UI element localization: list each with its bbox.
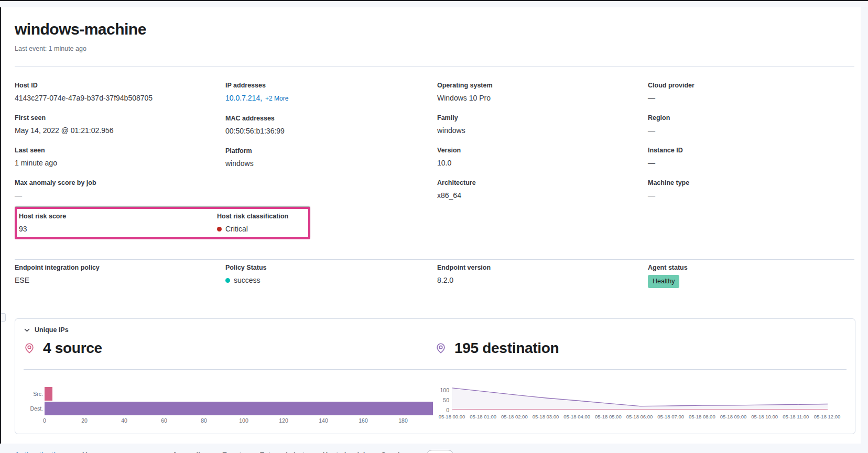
last-event-text: Last event: 1 minute ago — [15, 45, 854, 52]
line-x-tick: 05-18 08:00 — [689, 414, 715, 419]
field-cloud-provider: Cloud provider — — [648, 82, 854, 103]
field-max-anomaly-score: Max anomaly score by job — — [15, 179, 225, 201]
line-chart-y-axis: 050100 — [435, 387, 452, 410]
line-x-tick: 05-18 10:00 — [751, 414, 778, 419]
line-chart-plot — [452, 387, 828, 412]
field-last-seen: Last seen 1 minute ago — [15, 147, 225, 168]
field-policy-status: Policy Status success — [225, 264, 437, 285]
tab-uncommon-processes[interactable]: Uncommon processes — [82, 451, 158, 453]
destination-bar-row: Dest. — [24, 402, 435, 415]
unique-ips-line-chart: 050100 05-18 00:0005-18 01:0005-18 02:00… — [435, 387, 847, 424]
field-agent-status: Agent status Healthy — [648, 264, 854, 296]
line-chart-x-axis: 05-18 00:0005-18 01:0005-18 02:0005-18 0… — [435, 414, 847, 421]
map-pin-icon-source — [24, 342, 35, 354]
overview-column-2: IP addresses 10.0.7.214,+2 More MAC addr… — [225, 82, 437, 201]
bar-axis-tick: 80 — [201, 417, 207, 424]
unique-ips-title: Unique IPs — [35, 326, 69, 334]
bar-axis-tick: 160 — [359, 417, 368, 424]
destination-bar-label: Dest. — [24, 405, 45, 412]
host-risk-classification-value: Critical — [225, 225, 248, 233]
source-bar — [45, 387, 52, 401]
field-mac-addresses: MAC addresses 00:50:56:b1:36:99 — [225, 115, 437, 136]
line-x-tick: 05-18 09:00 — [720, 414, 747, 419]
destination-bar — [45, 402, 433, 415]
line-x-tick: 05-18 12:00 — [814, 414, 841, 419]
source-bar-row: Src. — [24, 387, 435, 401]
line-x-tick: 05-18 11:00 — [783, 414, 809, 419]
line-x-tick: 05-18 05:00 — [595, 414, 622, 419]
source-bar-label: Src. — [24, 391, 45, 397]
bar-axis-tick: 140 — [319, 417, 328, 424]
host-details-header: windows-machine Last event: 1 minute ago — [15, 7, 854, 67]
field-version: Version 10.0 — [437, 147, 648, 168]
field-machine-type: Machine type — — [648, 179, 854, 201]
field-instance-id: Instance ID — — [648, 147, 854, 168]
line-x-tick: 05-18 01:00 — [470, 414, 496, 419]
tab-sessions[interactable]: Sessions — [381, 451, 412, 453]
endpoint-section: Endpoint integration policy ESE Policy S… — [15, 264, 854, 296]
field-host-risk-classification: Host risk classification Critical — [217, 213, 308, 245]
chevron-down-icon — [24, 327, 30, 334]
source-metric: 4 source — [24, 340, 435, 357]
unique-ips-bar-chart: Src. Dest. 020406080100120140160180 — [24, 387, 435, 424]
metrics-divider — [24, 369, 847, 370]
overview-column-3: Operating system Windows 10 Pro Family w… — [437, 82, 648, 201]
unique-ips-panel: Unique IPs 4 source 195 destination Src.… — [15, 318, 855, 434]
line-x-tick: 05-18 02:00 — [501, 414, 528, 419]
field-host-risk-score: Host risk score 93 — [19, 213, 217, 234]
line-x-tick: 05-18 03:00 — [533, 414, 559, 419]
unique-ips-collapse-toggle[interactable]: Unique IPs — [24, 326, 847, 334]
line-x-tick: 05-18 07:00 — [657, 414, 684, 419]
line-y-tick: 50 — [443, 397, 449, 403]
field-host-id: Host ID 4143c277-074e-47a9-b37d-37f94b50… — [15, 82, 225, 103]
field-platform: Platform windows — [225, 147, 437, 169]
line-y-tick: 100 — [440, 387, 449, 393]
bar-axis-tick: 0 — [43, 417, 46, 424]
source-count: 4 source — [43, 340, 102, 357]
bar-axis-tick: 180 — [398, 417, 408, 424]
bar-axis-tick: 60 — [161, 417, 167, 424]
beta-badge: BETA — [427, 450, 453, 453]
left-edge-ui-artifact — [1, 313, 6, 322]
page-title: windows-machine — [15, 20, 854, 39]
risk-highlight-annotation-box: Host risk score 93 Host risk classificat… — [15, 207, 310, 239]
field-endpoint-policy: Endpoint integration policy ESE — [15, 264, 225, 285]
host-details-page: windows-machine Last event: 1 minute ago… — [0, 7, 861, 444]
field-family: Family windows — [437, 114, 648, 136]
field-ip-addresses: IP addresses 10.0.7.214,+2 More — [225, 82, 437, 104]
field-operating-system: Operating system Windows 10 Pro — [437, 82, 648, 103]
field-endpoint-version: Endpoint version 8.2.0 — [437, 264, 648, 285]
field-first-seen: First seen May 14, 2022 @ 01:21:02.956 — [15, 114, 225, 136]
destination-count: 195 destination — [454, 340, 559, 357]
tab-anomalies[interactable]: Anomalies — [172, 451, 208, 453]
line-y-tick: 0 — [446, 407, 449, 413]
tab-external-alerts[interactable]: External alerts — [259, 451, 308, 453]
agent-status-badge: Healthy — [648, 275, 679, 288]
field-region: Region — — [648, 114, 854, 136]
bar-axis-tick: 40 — [121, 417, 127, 424]
bar-axis-tick: 20 — [81, 417, 88, 424]
success-dot-icon — [225, 278, 230, 283]
critical-dot-icon — [217, 227, 222, 231]
section-divider — [15, 259, 854, 260]
bar-chart-x-axis: 020406080100120140160180 — [45, 416, 435, 424]
unique-ips-charts: Src. Dest. 020406080100120140160180 0501… — [24, 387, 847, 424]
line-x-tick: 05-18 06:00 — [626, 414, 653, 419]
tab-bar: Authentications Uncommon processes Anoma… — [15, 450, 854, 453]
host-risk-score-value: 93 — [19, 224, 217, 234]
page-top-strip — [0, 1, 868, 7]
tab-hosts-by-risk[interactable]: Hosts by risk — [322, 451, 367, 453]
ip-address-link[interactable]: 10.0.7.214, — [225, 94, 262, 102]
line-x-tick: 05-18 04:00 — [563, 414, 590, 419]
ip-more-link[interactable]: +2 More — [265, 95, 288, 102]
field-architecture: Architecture x86_64 — [437, 179, 648, 201]
tab-authentications[interactable]: Authentications — [15, 451, 68, 453]
overview-column-1: Host ID 4143c277-074e-47a9-b37d-37f94b50… — [15, 82, 225, 201]
unique-ips-metrics: 4 source 195 destination — [24, 337, 847, 360]
tab-events[interactable]: Events — [222, 451, 245, 453]
destination-metric: 195 destination — [435, 340, 847, 357]
line-x-tick: 05-18 00:00 — [439, 414, 465, 419]
overview-section: Host ID 4143c277-074e-47a9-b37d-37f94b50… — [15, 82, 854, 201]
bar-axis-tick: 120 — [279, 417, 288, 424]
bar-axis-tick: 100 — [239, 417, 248, 424]
